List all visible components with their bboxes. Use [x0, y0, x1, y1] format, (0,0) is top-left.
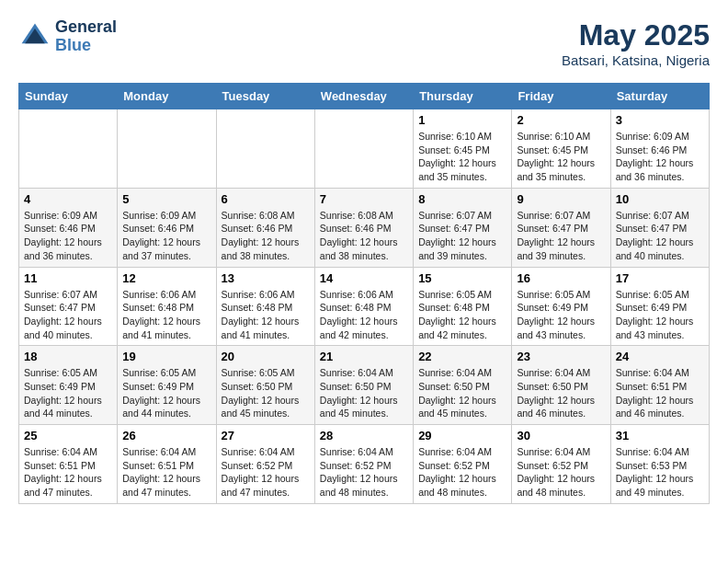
day-info: Sunrise: 6:04 AMSunset: 6:52 PMDaylight:… — [517, 445, 605, 500]
day-number: 4 — [24, 192, 112, 206]
calendar-cell: 23Sunrise: 6:04 AMSunset: 6:50 PMDayligh… — [512, 346, 610, 425]
day-number: 1 — [418, 113, 506, 127]
day-number: 29 — [418, 429, 506, 442]
day-number: 13 — [222, 271, 310, 285]
location: Batsari, Katsina, Nigeria — [562, 52, 710, 68]
calendar-cell: 4Sunrise: 6:09 AMSunset: 6:46 PMDaylight… — [19, 188, 118, 267]
calendar-table: SundayMondayTuesdayWednesdayThursdayFrid… — [18, 83, 710, 504]
weekday-header: Wednesday — [314, 84, 413, 109]
calendar-cell: 6Sunrise: 6:08 AMSunset: 6:46 PMDaylight… — [216, 188, 314, 267]
weekday-header: Friday — [512, 84, 610, 109]
day-number: 31 — [616, 429, 704, 442]
day-number: 11 — [24, 271, 112, 285]
day-number: 6 — [222, 192, 310, 206]
logo-icon — [18, 20, 51, 53]
calendar-cell: 16Sunrise: 6:05 AMSunset: 6:49 PMDayligh… — [512, 267, 610, 346]
day-info: Sunrise: 6:08 AMSunset: 6:46 PMDaylight:… — [320, 209, 408, 263]
day-number: 20 — [222, 350, 310, 363]
calendar-cell — [19, 109, 118, 189]
calendar-cell: 26Sunrise: 6:04 AMSunset: 6:51 PMDayligh… — [118, 425, 216, 504]
day-info: Sunrise: 6:04 AMSunset: 6:52 PMDaylight:… — [418, 445, 506, 500]
calendar-cell: 17Sunrise: 6:05 AMSunset: 6:49 PMDayligh… — [610, 267, 709, 346]
weekday-row: SundayMondayTuesdayWednesdayThursdayFrid… — [19, 84, 710, 109]
day-info: Sunrise: 6:04 AMSunset: 6:51 PMDaylight:… — [122, 445, 210, 500]
day-number: 5 — [122, 192, 210, 206]
day-info: Sunrise: 6:06 AMSunset: 6:48 PMDaylight:… — [222, 288, 310, 342]
day-number: 9 — [517, 192, 605, 206]
calendar-cell: 27Sunrise: 6:04 AMSunset: 6:52 PMDayligh… — [216, 425, 314, 504]
day-info: Sunrise: 6:04 AMSunset: 6:51 PMDaylight:… — [616, 366, 704, 420]
day-info: Sunrise: 6:05 AMSunset: 6:48 PMDaylight:… — [418, 288, 506, 342]
day-number: 24 — [616, 350, 704, 363]
title-area: May 2025 Batsari, Katsina, Nigeria — [562, 18, 710, 68]
calendar-cell: 25Sunrise: 6:04 AMSunset: 6:51 PMDayligh… — [19, 425, 118, 504]
day-number: 10 — [616, 192, 704, 206]
calendar-cell: 20Sunrise: 6:05 AMSunset: 6:50 PMDayligh… — [216, 346, 314, 425]
calendar-cell: 24Sunrise: 6:04 AMSunset: 6:51 PMDayligh… — [610, 346, 709, 425]
day-info: Sunrise: 6:09 AMSunset: 6:46 PMDaylight:… — [616, 130, 704, 184]
calendar-cell: 2Sunrise: 6:10 AMSunset: 6:45 PMDaylight… — [512, 109, 610, 189]
day-number: 28 — [320, 429, 408, 442]
weekday-header: Sunday — [19, 84, 118, 109]
calendar-cell: 29Sunrise: 6:04 AMSunset: 6:52 PMDayligh… — [414, 425, 512, 504]
day-number: 27 — [222, 429, 310, 442]
day-number: 16 — [517, 271, 605, 285]
calendar-cell: 15Sunrise: 6:05 AMSunset: 6:48 PMDayligh… — [414, 267, 512, 346]
day-number: 14 — [320, 271, 408, 285]
calendar-cell — [118, 109, 216, 189]
day-info: Sunrise: 6:05 AMSunset: 6:50 PMDaylight:… — [222, 366, 310, 420]
calendar-cell: 5Sunrise: 6:09 AMSunset: 6:46 PMDaylight… — [118, 188, 216, 267]
calendar-cell — [216, 109, 314, 189]
calendar-cell: 22Sunrise: 6:04 AMSunset: 6:50 PMDayligh… — [414, 346, 512, 425]
day-number: 7 — [320, 192, 408, 206]
calendar-cell: 19Sunrise: 6:05 AMSunset: 6:49 PMDayligh… — [118, 346, 216, 425]
weekday-header: Saturday — [610, 84, 709, 109]
day-info: Sunrise: 6:04 AMSunset: 6:50 PMDaylight:… — [517, 366, 605, 420]
day-number: 25 — [24, 429, 112, 442]
calendar-cell: 12Sunrise: 6:06 AMSunset: 6:48 PMDayligh… — [118, 267, 216, 346]
calendar-week-row: 11Sunrise: 6:07 AMSunset: 6:47 PMDayligh… — [19, 267, 710, 346]
calendar-cell: 10Sunrise: 6:07 AMSunset: 6:47 PMDayligh… — [610, 188, 709, 267]
logo-line1: General — [55, 18, 117, 37]
weekday-header: Monday — [118, 84, 216, 109]
calendar-header: SundayMondayTuesdayWednesdayThursdayFrid… — [19, 84, 710, 109]
calendar-cell: 9Sunrise: 6:07 AMSunset: 6:47 PMDaylight… — [512, 188, 610, 267]
calendar-cell: 13Sunrise: 6:06 AMSunset: 6:48 PMDayligh… — [216, 267, 314, 346]
day-info: Sunrise: 6:04 AMSunset: 6:52 PMDaylight:… — [320, 445, 408, 500]
day-info: Sunrise: 6:04 AMSunset: 6:52 PMDaylight:… — [222, 445, 310, 500]
day-info: Sunrise: 6:05 AMSunset: 6:49 PMDaylight:… — [24, 366, 112, 420]
day-number: 26 — [122, 429, 210, 442]
calendar-week-row: 25Sunrise: 6:04 AMSunset: 6:51 PMDayligh… — [19, 425, 710, 504]
day-info: Sunrise: 6:07 AMSunset: 6:47 PMDaylight:… — [418, 209, 506, 263]
day-number: 19 — [122, 350, 210, 363]
day-info: Sunrise: 6:07 AMSunset: 6:47 PMDaylight:… — [517, 209, 605, 263]
weekday-header: Tuesday — [216, 84, 314, 109]
day-number: 17 — [616, 271, 704, 285]
day-info: Sunrise: 6:09 AMSunset: 6:46 PMDaylight:… — [122, 209, 210, 263]
page-header: General Blue May 2025 Batsari, Katsina, … — [18, 18, 710, 68]
calendar-week-row: 4Sunrise: 6:09 AMSunset: 6:46 PMDaylight… — [19, 188, 710, 267]
day-number: 30 — [517, 429, 605, 442]
calendar-cell: 21Sunrise: 6:04 AMSunset: 6:50 PMDayligh… — [314, 346, 413, 425]
calendar-cell: 31Sunrise: 6:04 AMSunset: 6:53 PMDayligh… — [610, 425, 709, 504]
calendar-week-row: 18Sunrise: 6:05 AMSunset: 6:49 PMDayligh… — [19, 346, 710, 425]
day-info: Sunrise: 6:04 AMSunset: 6:50 PMDaylight:… — [418, 366, 506, 420]
day-info: Sunrise: 6:06 AMSunset: 6:48 PMDaylight:… — [122, 288, 210, 342]
calendar-cell: 28Sunrise: 6:04 AMSunset: 6:52 PMDayligh… — [314, 425, 413, 504]
calendar-body: 1Sunrise: 6:10 AMSunset: 6:45 PMDaylight… — [19, 109, 710, 504]
calendar-cell: 18Sunrise: 6:05 AMSunset: 6:49 PMDayligh… — [19, 346, 118, 425]
day-number: 3 — [616, 113, 704, 127]
day-info: Sunrise: 6:10 AMSunset: 6:45 PMDaylight:… — [418, 130, 506, 184]
day-info: Sunrise: 6:05 AMSunset: 6:49 PMDaylight:… — [616, 288, 704, 342]
day-info: Sunrise: 6:10 AMSunset: 6:45 PMDaylight:… — [517, 130, 605, 184]
day-info: Sunrise: 6:05 AMSunset: 6:49 PMDaylight:… — [122, 366, 210, 420]
calendar-cell: 30Sunrise: 6:04 AMSunset: 6:52 PMDayligh… — [512, 425, 610, 504]
day-number: 2 — [517, 113, 605, 127]
calendar-cell: 8Sunrise: 6:07 AMSunset: 6:47 PMDaylight… — [414, 188, 512, 267]
logo: General Blue — [18, 18, 117, 55]
month-year: May 2025 — [562, 18, 710, 52]
day-info: Sunrise: 6:04 AMSunset: 6:53 PMDaylight:… — [616, 445, 704, 500]
day-info: Sunrise: 6:05 AMSunset: 6:49 PMDaylight:… — [517, 288, 605, 342]
day-info: Sunrise: 6:04 AMSunset: 6:50 PMDaylight:… — [320, 366, 408, 420]
calendar-week-row: 1Sunrise: 6:10 AMSunset: 6:45 PMDaylight… — [19, 109, 710, 189]
